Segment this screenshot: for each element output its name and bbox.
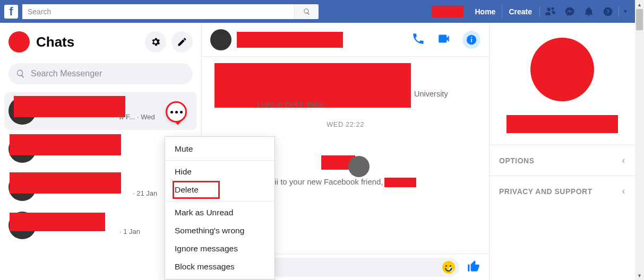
conversation-avatar[interactable] (210, 29, 231, 50)
global-search-input[interactable] (22, 4, 294, 19)
svg-text:?: ? (606, 8, 610, 15)
thread-options-button[interactable] (166, 101, 187, 122)
notifications-icon[interactable] (579, 4, 598, 19)
menu-block[interactable]: Block messages (165, 258, 274, 276)
new-message-button[interactable] (171, 31, 193, 52)
help-icon[interactable]: ? (598, 4, 617, 19)
thread-options-caret (175, 121, 181, 125)
video-call-button[interactable] (437, 32, 451, 48)
nav-create[interactable]: Create (502, 4, 538, 19)
facebook-logo[interactable]: f (4, 5, 18, 19)
emoji-picker-button[interactable] (442, 261, 455, 274)
voice-call-button[interactable] (411, 32, 425, 48)
menu-mute[interactable]: Mute (165, 140, 274, 158)
wave-avatar (348, 156, 370, 177)
chats-title: Chats (36, 34, 140, 50)
info-privacy-label: PRIVACY AND SUPPORT (499, 187, 593, 196)
messenger-search-input[interactable] (31, 69, 185, 78)
scroll-thumb[interactable] (636, 9, 643, 30)
intro-meta-lives: Lives in Delhi, India (257, 100, 324, 109)
conversation-name-redacted (237, 32, 343, 48)
global-search (22, 4, 319, 19)
thumb-icon (467, 259, 480, 273)
info-panel: OPTIONS ‹ PRIVACY AND SUPPORT ‹ (489, 23, 635, 280)
messenger-search (8, 63, 193, 84)
svg-rect-3 (471, 39, 472, 42)
thread-item[interactable]: w F... · Wed (4, 92, 197, 130)
scroll-up-button[interactable]: ▲ (635, 0, 644, 9)
info-avatar (530, 38, 594, 101)
gear-icon (150, 37, 161, 47)
chevron-left-icon: ‹ (622, 155, 626, 166)
compose-icon (177, 37, 187, 47)
global-search-button[interactable] (294, 4, 319, 19)
profile-name-redacted[interactable] (432, 6, 463, 18)
settings-button[interactable] (145, 31, 166, 52)
menu-ignore[interactable]: Ignore messages (165, 240, 274, 258)
thread-name-redacted (10, 213, 105, 231)
topbar: f Home Create ? ▼ (0, 0, 635, 23)
svg-rect-4 (471, 37, 472, 38)
menu-hide[interactable]: Hide (165, 163, 274, 181)
info-name-redacted (506, 115, 618, 133)
scroll-down-button[interactable]: ▼ (635, 271, 644, 280)
info-options-label: OPTIONS (499, 156, 535, 165)
thread-name-redacted (10, 172, 121, 194)
page-scrollbar[interactable]: ▲ ▼ (635, 0, 644, 280)
info-options-section[interactable]: OPTIONS ‹ (490, 145, 635, 176)
menu-separator (165, 201, 274, 202)
thread-context-menu: Mute Hide Delete Mark as Unread Somethin… (165, 136, 275, 279)
menu-separator (165, 160, 274, 161)
conversation-header (202, 23, 489, 57)
account-dropdown-caret[interactable]: ▼ (620, 4, 631, 19)
timestamp-divider: WED 22:22 (202, 120, 489, 128)
thread-sub: w F... · Wed (119, 113, 155, 121)
my-avatar[interactable] (8, 31, 30, 52)
thread-name-redacted (14, 96, 125, 117)
menu-mark-unread[interactable]: Mark as Unread (165, 204, 274, 222)
info-icon (466, 34, 477, 46)
nav-home[interactable]: Home (469, 4, 502, 19)
menu-somethings-wrong[interactable]: Something's wrong (165, 222, 274, 240)
messenger-icon[interactable] (560, 4, 579, 19)
info-privacy-section[interactable]: PRIVACY AND SUPPORT ‹ (490, 176, 635, 206)
thread-name-redacted (10, 134, 121, 155)
thumbs-up-button[interactable] (467, 259, 480, 275)
chevron-left-icon: ‹ (622, 186, 626, 197)
phone-icon (411, 32, 425, 46)
conversation-info-button[interactable] (462, 31, 480, 49)
conversation-intro: University Lives in Delhi, India (202, 57, 489, 102)
wave-name-redacted (384, 178, 416, 187)
friend-requests-icon[interactable] (541, 4, 560, 19)
intro-meta-univ: University (414, 90, 448, 98)
thread-sub: · 21 Jan (133, 189, 157, 197)
search-icon (16, 69, 25, 78)
menu-delete[interactable]: Delete (173, 181, 220, 199)
video-icon (437, 32, 451, 46)
thread-sub: · 1 Jan (119, 228, 140, 235)
